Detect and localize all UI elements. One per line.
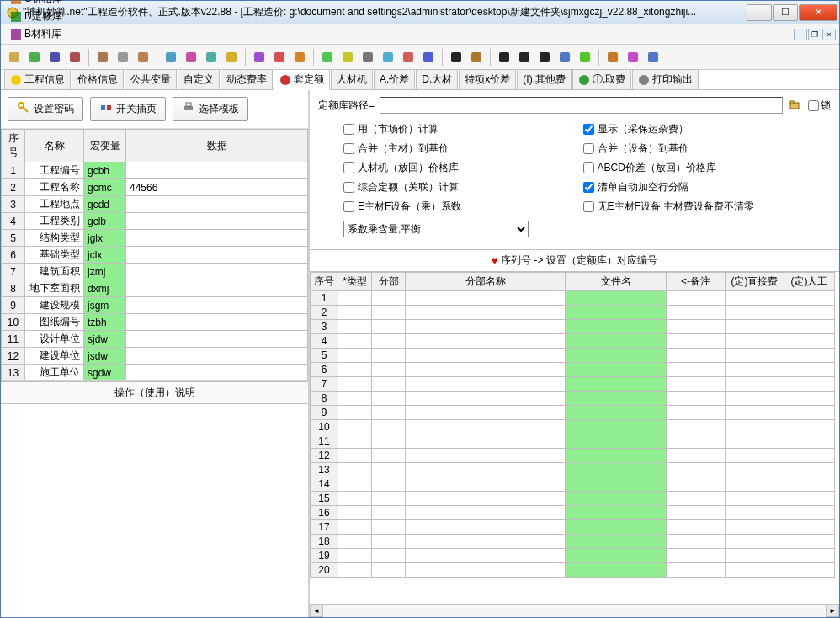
table-row[interactable]: 12 xyxy=(311,449,835,463)
table-row[interactable]: 12建设单位jsdw xyxy=(2,348,308,365)
table-row[interactable]: 4工程类别gclb xyxy=(2,213,308,230)
menu-book-icon[interactable]: D定额库 xyxy=(4,8,76,25)
toolbar-btn-8[interactable] xyxy=(183,49,199,66)
right-col-3[interactable]: 分部名称 xyxy=(406,273,566,291)
table-row[interactable]: 3工程地点gcdd xyxy=(2,196,308,213)
toolbar-btn-1[interactable] xyxy=(26,49,43,66)
table-row[interactable]: 8地下室面积dxmj xyxy=(2,280,308,297)
toolbar-btn-9[interactable] xyxy=(203,49,220,66)
table-row[interactable]: 19 xyxy=(311,549,835,563)
minimize-button[interactable]: ─ xyxy=(747,4,772,21)
toolbar-btn-15[interactable] xyxy=(339,49,356,66)
toolbar-btn-29[interactable] xyxy=(645,49,662,66)
toolbar-btn-25[interactable] xyxy=(556,49,573,66)
table-row[interactable]: 8 xyxy=(311,392,835,406)
right-col-1[interactable]: *类型 xyxy=(338,273,372,291)
toolbar-btn-24[interactable] xyxy=(536,49,553,66)
check-0[interactable]: 用（市场价）计算 xyxy=(343,122,566,136)
toolbar-btn-27[interactable] xyxy=(604,49,621,66)
close-button[interactable]: ✕ xyxy=(799,4,837,21)
table-row[interactable]: 7建筑面积jzmj xyxy=(2,264,308,280)
tab-5[interactable]: 套定额 xyxy=(274,69,330,90)
toolbar-btn-5[interactable] xyxy=(114,49,131,66)
maximize-button[interactable]: ☐ xyxy=(773,4,798,21)
menu-cube-icon[interactable]: B材料库 xyxy=(4,25,76,43)
right-col-6[interactable]: (定)直接费 xyxy=(726,273,784,291)
toolbar-btn-3[interactable] xyxy=(66,49,83,66)
mdi-restore-button[interactable]: ❐ xyxy=(808,29,821,40)
toolbar-btn-2[interactable] xyxy=(46,49,63,66)
table-row[interactable]: 5 xyxy=(311,349,835,363)
right-col-4[interactable]: 文件名 xyxy=(566,273,667,291)
toolbar-btn-18[interactable] xyxy=(400,49,417,66)
right-col-0[interactable]: 序号 xyxy=(311,273,338,291)
table-row[interactable]: 20 xyxy=(311,563,835,578)
table-row[interactable]: 5结构类型jglx xyxy=(2,230,308,247)
toolbar-btn-19[interactable] xyxy=(420,49,437,66)
table-row[interactable]: 1工程编号gcbh xyxy=(2,162,308,179)
toolbar-btn-21[interactable] xyxy=(468,49,485,66)
check-7[interactable]: 清单自动加空行分隔 xyxy=(583,180,806,194)
right-grid[interactable]: 序号*类型分部分部名称文件名<-备注(定)直接费(定)人工 1234567891… xyxy=(310,271,839,604)
table-row[interactable]: 4 xyxy=(311,334,835,349)
table-row[interactable]: 13施工单位sgdw xyxy=(2,365,308,381)
table-row[interactable]: 6基础类型jclx xyxy=(2,247,308,264)
tab-9[interactable]: 特项x价差 xyxy=(459,69,516,89)
table-row[interactable]: 2 xyxy=(311,306,835,320)
right-col-5[interactable]: <-备注 xyxy=(667,273,726,291)
coefficient-combo[interactable]: 系数乘含量,平衡 xyxy=(343,221,529,237)
tab-1[interactable]: 价格信息 xyxy=(72,69,124,89)
check-4[interactable]: 人材机（放回）价格库 xyxy=(343,161,566,175)
horizontal-scrollbar[interactable]: ◄► xyxy=(310,604,839,617)
tab-2[interactable]: 公共变量 xyxy=(125,69,177,89)
check-5[interactable]: ABCD价差（放回）价格库 xyxy=(583,161,806,175)
toolbar-btn-12[interactable] xyxy=(271,49,288,66)
toolbar-btn-22[interactable] xyxy=(496,49,513,66)
check-2[interactable]: 合并（主材）到基价 xyxy=(343,141,566,156)
toolbar-btn-4[interactable] xyxy=(94,49,111,66)
tab-11[interactable]: ①.取费 xyxy=(572,69,631,89)
table-row[interactable]: 2工程名称gcmc44566 xyxy=(2,179,308,196)
check-8[interactable]: E主材F设备（乘）系数 xyxy=(343,200,566,214)
table-row[interactable]: 6 xyxy=(311,363,835,377)
mdi-close-button[interactable]: × xyxy=(822,29,836,40)
browse-button[interactable] xyxy=(788,98,803,113)
table-row[interactable]: 11 xyxy=(311,434,835,449)
check-3[interactable]: 合并（设备）到基价 xyxy=(583,141,806,156)
toolbar-btn-17[interactable] xyxy=(380,49,396,66)
lock-checkbox[interactable]: 锁 xyxy=(808,99,831,113)
table-row[interactable]: 10图纸编号tzbh xyxy=(2,314,308,331)
tab-8[interactable]: D.大材 xyxy=(416,69,458,89)
table-row[interactable]: 18 xyxy=(311,535,835,549)
quota-path-input[interactable] xyxy=(380,97,783,114)
toolbar-btn-20[interactable] xyxy=(448,49,465,66)
tab-12[interactable]: 打印输出 xyxy=(632,69,699,89)
left-col-1[interactable]: 名称 xyxy=(25,130,84,162)
toolbar-btn-16[interactable] xyxy=(359,49,376,66)
tab-6[interactable]: 人材机 xyxy=(331,69,373,89)
tab-0[interactable]: 工程信息 xyxy=(4,69,71,89)
table-row[interactable]: 3 xyxy=(311,320,835,334)
toolbar-btn-14[interactable] xyxy=(319,49,336,66)
left-col-3[interactable]: 数据 xyxy=(126,130,308,162)
table-row[interactable]: 10 xyxy=(311,420,835,434)
toolbar-btn-26[interactable] xyxy=(577,49,593,66)
table-row[interactable]: 17 xyxy=(311,520,835,535)
toolbar-btn-11[interactable] xyxy=(251,49,268,66)
set-password-button[interactable]: 设置密码 xyxy=(8,97,83,121)
toolbar-btn-10[interactable] xyxy=(223,49,240,66)
table-row[interactable]: 11设计单位sjdw xyxy=(2,331,308,348)
tab-3[interactable]: 自定义 xyxy=(178,69,220,89)
check-6[interactable]: 综合定额（关联）计算 xyxy=(343,180,566,194)
tab-4[interactable]: 动态费率 xyxy=(221,69,273,89)
table-row[interactable]: 13 xyxy=(311,463,835,477)
right-col-2[interactable]: 分部 xyxy=(372,273,406,291)
check-1[interactable]: 显示（采保运杂费） xyxy=(583,122,806,136)
table-row[interactable]: 14 xyxy=(311,477,835,492)
table-row[interactable]: 15 xyxy=(311,492,835,506)
toolbar-btn-23[interactable] xyxy=(516,49,533,66)
choose-template-button[interactable]: 选择模板 xyxy=(173,97,248,121)
left-col-0[interactable]: 序号 xyxy=(2,130,25,162)
left-col-2[interactable]: 宏变量 xyxy=(84,130,126,162)
toolbar-btn-28[interactable] xyxy=(625,49,641,66)
